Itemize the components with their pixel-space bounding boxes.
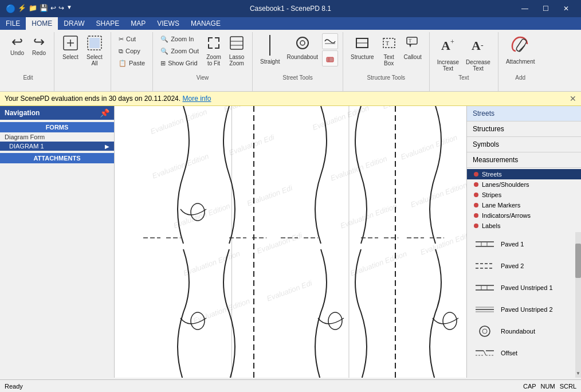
ribbon-group-street-tools: Straight Roundabout Street Tools <box>253 32 343 91</box>
lasso-zoom-button[interactable]: LassoZoom <box>226 33 248 73</box>
notification-close-button[interactable]: ✕ <box>570 94 576 103</box>
ribbon-group-structure-tools: Structure T TextBox T Callout Structure … <box>343 32 430 91</box>
right-panel: Streets Structures Symbols Measurements … <box>466 106 581 378</box>
copy-label: Copy <box>125 48 140 54</box>
lasso-zoom-label: LassoZoom <box>229 54 245 66</box>
menu-map[interactable]: MAP <box>125 17 151 30</box>
roundabout-label: Roundabout <box>501 328 535 335</box>
decrease-text-label: DecreaseText <box>466 59 490 72</box>
redo-button[interactable]: ↪ Redo <box>29 33 49 73</box>
select-button[interactable]: Select <box>59 33 82 73</box>
nav-diagram-1[interactable]: DIAGRAM 1 ▶ <box>0 142 114 151</box>
maximize-button[interactable]: ☐ <box>536 3 555 14</box>
menu-views[interactable]: VIEWS <box>151 17 185 30</box>
zoom-fit-label: Zoomto Fit <box>206 54 221 66</box>
nav-pin-button[interactable]: 📌 <box>100 108 109 117</box>
street-option-paved-unstriped1[interactable]: Paved Unstriped 1 <box>469 278 573 297</box>
svg-text:Evaluation Edition: Evaluation Edition <box>182 249 241 278</box>
svg-text:Evaluation Edition: Evaluation Edition <box>172 202 231 230</box>
nav-diagram-form[interactable]: Diagram Form <box>0 132 114 142</box>
structure-label: Structure <box>351 54 374 60</box>
straight-button[interactable]: Straight <box>257 33 282 73</box>
right-subtab-indicators[interactable]: Indicators/Arrows <box>467 210 581 221</box>
labels-subtab-label: Labels <box>482 222 500 229</box>
lanes-dot-icon <box>474 182 478 187</box>
svg-marker-17 <box>409 44 411 48</box>
street-option-roundabout[interactable]: Roundabout <box>469 322 573 341</box>
svg-text:Evaluation Edition: Evaluation Edition <box>419 228 466 257</box>
right-subtab-lane-markers[interactable]: Lane Markers <box>467 200 581 210</box>
quick-access-undo[interactable]: ↩ <box>50 4 56 13</box>
street-option-paved1[interactable]: Paved 1 <box>469 234 573 254</box>
paste-label: Paste <box>129 60 145 66</box>
right-subtab-lanes[interactable]: Lanes/Shoulders <box>467 179 581 190</box>
streets-subtab-label: Streets <box>482 171 502 178</box>
undo-icon: ↩ <box>11 35 23 49</box>
street-option-offset[interactable]: Offset <box>469 343 573 363</box>
right-subtab-labels[interactable]: Labels <box>467 221 581 231</box>
text-box-button[interactable]: T TextBox <box>378 33 400 73</box>
right-subtab-streets[interactable]: Streets <box>467 169 581 179</box>
decrease-text-button[interactable]: A- DecreaseText <box>463 33 493 73</box>
street-tools-waves-button[interactable] <box>322 33 338 49</box>
svg-point-59 <box>328 312 342 330</box>
roundabout-button[interactable]: Roundabout <box>284 33 321 73</box>
menu-file[interactable]: FILE <box>0 17 26 30</box>
svg-text:Evaluation Edition: Evaluation Edition <box>349 249 408 278</box>
svg-text:A: A <box>441 38 450 53</box>
svg-text:+: + <box>450 38 454 46</box>
minimize-button[interactable]: — <box>516 3 534 14</box>
window-controls[interactable]: — ☐ ✕ <box>516 3 575 14</box>
select-all-button[interactable]: SelectAll <box>83 33 106 73</box>
quick-access-redo[interactable]: ↪ <box>58 4 64 13</box>
menu-draw[interactable]: DRAW <box>58 17 90 30</box>
callout-label: Callout <box>404 54 422 60</box>
zoom-in-button[interactable]: 🔍 Zoom In <box>158 33 202 45</box>
zoom-fit-button[interactable]: Zoomto Fit <box>203 33 225 73</box>
ribbon-group-view-label: View <box>197 75 209 81</box>
quick-access-save[interactable]: 💾 <box>40 4 48 13</box>
menu-shape[interactable]: SHAPE <box>91 17 125 30</box>
quick-access-new[interactable]: ⚡ <box>18 4 26 13</box>
increase-text-button[interactable]: A+ IncreaseText <box>434 33 462 73</box>
right-subtab-stripes[interactable]: Stripes <box>467 190 581 200</box>
callout-button[interactable]: T Callout <box>401 33 425 73</box>
ribbon-group-add: Attachment Add <box>498 32 543 91</box>
num-indicator: NUM <box>541 383 555 390</box>
notification-link[interactable]: More info <box>182 95 211 103</box>
right-tab-measurements[interactable]: Measurements <box>467 152 581 168</box>
quick-access-open[interactable]: 📁 <box>29 4 37 13</box>
svg-text:Evaluation Edition: Evaluation Edition <box>409 181 466 209</box>
attachment-button[interactable]: Attachment <box>503 33 538 73</box>
right-tab-streets[interactable]: Streets <box>467 106 581 121</box>
select-all-icon <box>87 35 103 53</box>
right-panel-scrollbar[interactable]: ▼ <box>575 232 581 378</box>
cut-button[interactable]: ✂ Cut <box>116 33 148 45</box>
svg-point-58 <box>191 312 205 330</box>
ribbon-group-text: A+ IncreaseText A- DecreaseText Text <box>430 32 498 91</box>
zoom-out-button[interactable]: 🔍 Zoom Out <box>158 45 202 57</box>
street-option-paved2[interactable]: Paved 2 <box>469 256 573 276</box>
canvas-area[interactable]: Evaluation Edition Evaluation Edi Evalua… <box>115 106 466 378</box>
close-button[interactable]: ✕ <box>557 3 575 14</box>
structure-button[interactable]: Structure <box>348 33 377 73</box>
stripes-subtab-label: Stripes <box>482 191 501 198</box>
quick-access-chevron[interactable]: ▼ <box>66 4 72 13</box>
undo-button[interactable]: ↩ Undo <box>7 33 28 73</box>
increase-text-label: IncreaseText <box>437 59 459 72</box>
show-grid-button[interactable]: ⊞ Show Grid <box>158 57 202 69</box>
menu-home[interactable]: HOME <box>26 17 58 30</box>
right-tab-structures[interactable]: Structures <box>467 121 581 137</box>
copy-button[interactable]: ⧉ Copy <box>116 45 148 57</box>
scrollbar-down-arrow[interactable]: ▼ <box>575 369 581 378</box>
right-tab-symbols[interactable]: Symbols <box>467 137 581 152</box>
svg-text:Evaluation Edition: Evaluation Edition <box>192 297 251 326</box>
paste-button[interactable]: 📋 Paste <box>116 57 148 69</box>
menu-manage[interactable]: MANAGE <box>185 17 226 30</box>
copy-icon: ⧉ <box>119 48 123 55</box>
street-tools-erase-button[interactable] <box>322 50 338 66</box>
scrollbar-thumb[interactable] <box>575 244 581 278</box>
title-bar-app-icons: 🔵 ⚡ 📁 💾 ↩ ↪ ▼ <box>6 4 72 13</box>
street-option-paved-unstriped2[interactable]: Paved Unstriped 2 <box>469 300 573 319</box>
svg-text:Evaluation Edition: Evaluation Edition <box>329 154 388 183</box>
